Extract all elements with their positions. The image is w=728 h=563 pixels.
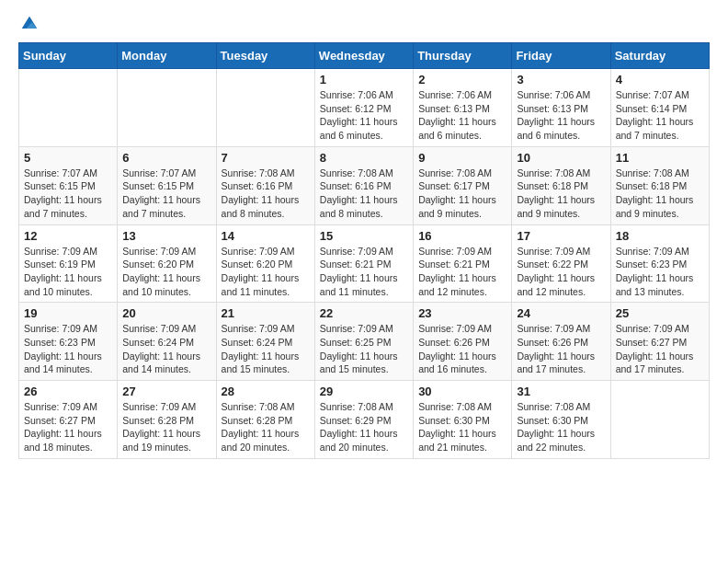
calendar-cell: 18Sunrise: 7:09 AMSunset: 6:23 PMDayligh…: [610, 224, 709, 303]
day-info: Sunrise: 7:09 AMSunset: 6:24 PMDaylight:…: [222, 322, 310, 376]
day-number: 1: [320, 73, 408, 86]
day-number: 6: [122, 151, 210, 165]
day-number: 30: [418, 385, 506, 398]
calendar-cell: 28Sunrise: 7:08 AMSunset: 6:28 PMDayligh…: [216, 381, 314, 459]
day-info: Sunrise: 7:08 AMSunset: 6:30 PMDaylight:…: [418, 400, 506, 454]
day-number: 16: [418, 229, 506, 243]
weekday-header: Sunday: [19, 43, 118, 69]
calendar-cell: 2Sunrise: 7:06 AMSunset: 6:13 PMDaylight…: [414, 69, 512, 147]
weekday-header: Saturday: [610, 43, 709, 69]
calendar-cell: 4Sunrise: 7:07 AMSunset: 6:14 PMDaylight…: [610, 69, 709, 147]
day-info: Sunrise: 7:09 AMSunset: 6:23 PMDaylight:…: [616, 245, 704, 299]
day-number: 27: [122, 385, 210, 398]
calendar-cell: 27Sunrise: 7:09 AMSunset: 6:28 PMDayligh…: [118, 381, 216, 459]
day-number: 18: [616, 229, 704, 243]
calendar-cell: [19, 69, 118, 147]
day-number: 26: [24, 385, 112, 398]
calendar-cell: 5Sunrise: 7:07 AMSunset: 6:15 PMDaylight…: [19, 146, 118, 224]
calendar-cell: 17Sunrise: 7:09 AMSunset: 6:22 PMDayligh…: [512, 224, 610, 303]
weekday-header: Monday: [118, 43, 216, 69]
calendar-cell: 19Sunrise: 7:09 AMSunset: 6:23 PMDayligh…: [19, 303, 118, 381]
day-number: 24: [517, 306, 605, 320]
day-number: 8: [320, 151, 408, 165]
day-number: 13: [122, 229, 210, 243]
day-info: Sunrise: 7:09 AMSunset: 6:20 PMDaylight:…: [122, 245, 210, 299]
calendar-cell: 3Sunrise: 7:06 AMSunset: 6:13 PMDaylight…: [512, 69, 610, 147]
day-info: Sunrise: 7:09 AMSunset: 6:19 PMDaylight:…: [24, 245, 112, 299]
day-info: Sunrise: 7:06 AMSunset: 6:13 PMDaylight:…: [517, 88, 605, 143]
calendar-table: SundayMondayTuesdayWednesdayThursdayFrid…: [18, 42, 710, 459]
day-info: Sunrise: 7:09 AMSunset: 6:22 PMDaylight:…: [517, 245, 605, 299]
calendar-cell: 15Sunrise: 7:09 AMSunset: 6:21 PMDayligh…: [314, 224, 413, 303]
day-number: 4: [616, 73, 704, 86]
calendar-week-row: 12Sunrise: 7:09 AMSunset: 6:19 PMDayligh…: [19, 224, 710, 303]
day-info: Sunrise: 7:09 AMSunset: 6:25 PMDaylight:…: [320, 322, 408, 376]
day-info: Sunrise: 7:09 AMSunset: 6:21 PMDaylight:…: [320, 245, 408, 299]
day-info: Sunrise: 7:08 AMSunset: 6:30 PMDaylight:…: [517, 400, 605, 454]
day-info: Sunrise: 7:07 AMSunset: 6:15 PMDaylight:…: [122, 167, 210, 221]
day-info: Sunrise: 7:08 AMSunset: 6:16 PMDaylight:…: [222, 167, 310, 221]
calendar-cell: 24Sunrise: 7:09 AMSunset: 6:26 PMDayligh…: [512, 303, 610, 381]
page: SundayMondayTuesdayWednesdayThursdayFrid…: [0, 0, 728, 474]
day-info: Sunrise: 7:09 AMSunset: 6:21 PMDaylight:…: [418, 245, 506, 299]
day-info: Sunrise: 7:09 AMSunset: 6:27 PMDaylight:…: [616, 322, 704, 376]
calendar-week-row: 19Sunrise: 7:09 AMSunset: 6:23 PMDayligh…: [19, 303, 710, 381]
weekday-header: Wednesday: [314, 43, 413, 69]
day-number: 28: [222, 385, 310, 398]
calendar-cell: 23Sunrise: 7:09 AMSunset: 6:26 PMDayligh…: [414, 303, 512, 381]
calendar-week-row: 26Sunrise: 7:09 AMSunset: 6:27 PMDayligh…: [19, 381, 710, 459]
day-info: Sunrise: 7:08 AMSunset: 6:17 PMDaylight:…: [418, 167, 506, 221]
day-info: Sunrise: 7:07 AMSunset: 6:15 PMDaylight:…: [24, 167, 112, 221]
calendar-cell: 26Sunrise: 7:09 AMSunset: 6:27 PMDayligh…: [19, 381, 118, 459]
calendar-cell: [610, 381, 709, 459]
calendar-cell: 7Sunrise: 7:08 AMSunset: 6:16 PMDaylight…: [216, 146, 314, 224]
day-info: Sunrise: 7:08 AMSunset: 6:18 PMDaylight:…: [517, 167, 605, 221]
day-number: 22: [320, 306, 408, 320]
day-number: 10: [517, 151, 605, 165]
day-info: Sunrise: 7:08 AMSunset: 6:28 PMDaylight:…: [222, 400, 310, 454]
day-number: 31: [517, 385, 605, 398]
calendar-header-row: SundayMondayTuesdayWednesdayThursdayFrid…: [19, 43, 710, 69]
day-number: 29: [320, 385, 408, 398]
day-info: Sunrise: 7:09 AMSunset: 6:28 PMDaylight:…: [122, 400, 210, 454]
day-number: 25: [616, 306, 704, 320]
calendar-cell: 13Sunrise: 7:09 AMSunset: 6:20 PMDayligh…: [118, 224, 216, 303]
day-info: Sunrise: 7:09 AMSunset: 6:24 PMDaylight:…: [122, 322, 210, 376]
day-number: 12: [24, 229, 112, 243]
day-number: 9: [418, 151, 506, 165]
calendar-cell: 1Sunrise: 7:06 AMSunset: 6:12 PMDaylight…: [314, 69, 413, 147]
calendar-cell: 6Sunrise: 7:07 AMSunset: 6:15 PMDaylight…: [118, 146, 216, 224]
day-info: Sunrise: 7:09 AMSunset: 6:23 PMDaylight:…: [24, 322, 112, 376]
day-number: 17: [517, 229, 605, 243]
calendar-cell: 31Sunrise: 7:08 AMSunset: 6:30 PMDayligh…: [512, 381, 610, 459]
calendar-cell: 12Sunrise: 7:09 AMSunset: 6:19 PMDayligh…: [19, 224, 118, 303]
day-number: 7: [222, 151, 310, 165]
calendar-cell: [216, 69, 314, 147]
calendar-cell: 10Sunrise: 7:08 AMSunset: 6:18 PMDayligh…: [512, 146, 610, 224]
calendar-cell: 29Sunrise: 7:08 AMSunset: 6:29 PMDayligh…: [314, 381, 413, 459]
logo-icon: [20, 15, 39, 33]
calendar-cell: [118, 69, 216, 147]
day-info: Sunrise: 7:08 AMSunset: 6:16 PMDaylight:…: [320, 167, 408, 221]
logo-text: [18, 15, 40, 33]
calendar-cell: 14Sunrise: 7:09 AMSunset: 6:20 PMDayligh…: [216, 224, 314, 303]
weekday-header: Thursday: [414, 43, 512, 69]
day-info: Sunrise: 7:09 AMSunset: 6:27 PMDaylight:…: [24, 400, 112, 454]
calendar-cell: 9Sunrise: 7:08 AMSunset: 6:17 PMDaylight…: [414, 146, 512, 224]
day-info: Sunrise: 7:06 AMSunset: 6:12 PMDaylight:…: [320, 88, 408, 143]
day-number: 5: [24, 151, 112, 165]
calendar-cell: 21Sunrise: 7:09 AMSunset: 6:24 PMDayligh…: [216, 303, 314, 381]
calendar-cell: 25Sunrise: 7:09 AMSunset: 6:27 PMDayligh…: [610, 303, 709, 381]
day-number: 20: [122, 306, 210, 320]
day-number: 19: [24, 306, 112, 320]
day-info: Sunrise: 7:08 AMSunset: 6:18 PMDaylight:…: [616, 167, 704, 221]
calendar-cell: 16Sunrise: 7:09 AMSunset: 6:21 PMDayligh…: [414, 224, 512, 303]
day-number: 21: [222, 306, 310, 320]
day-info: Sunrise: 7:09 AMSunset: 6:20 PMDaylight:…: [222, 245, 310, 299]
calendar-cell: 22Sunrise: 7:09 AMSunset: 6:25 PMDayligh…: [314, 303, 413, 381]
day-number: 15: [320, 229, 408, 243]
calendar-cell: 30Sunrise: 7:08 AMSunset: 6:30 PMDayligh…: [414, 381, 512, 459]
weekday-header: Tuesday: [216, 43, 314, 69]
day-info: Sunrise: 7:08 AMSunset: 6:29 PMDaylight:…: [320, 400, 408, 454]
header: [18, 15, 710, 33]
